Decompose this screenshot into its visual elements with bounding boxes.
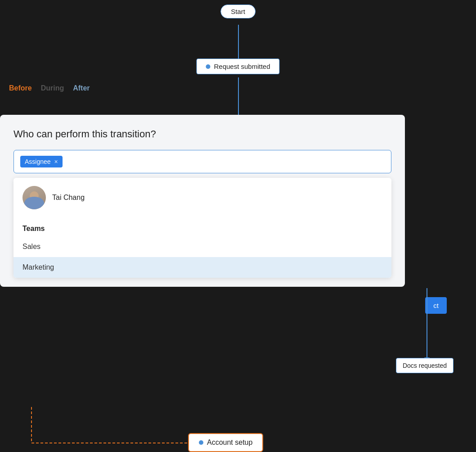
start-label: Start [231,8,245,15]
flowchart-background: Start Request submitted Before During Af… [0,0,476,452]
panel-question: Who can perform this transition? [13,128,391,140]
arrow-docs [427,288,427,358]
dashed-arrow-account [0,398,315,452]
request-submitted-label: Request submitted [214,63,270,70]
teams-section-header: Teams [13,217,391,236]
avatar-tai-chang [22,186,46,209]
account-setup-node: Account setup [188,433,263,452]
dropdown-list: Tai Chang Teams Sales Marketing [13,178,391,278]
assignee-tag-label: Assignee [25,158,51,165]
person-name-tai-chang: Tai Chang [52,194,85,202]
tab-before[interactable]: Before [9,82,32,94]
docs-requested-node: Docs requested [396,358,454,373]
avatar-face [22,186,46,209]
start-node: Start [220,5,256,18]
account-setup-label: Account setup [207,438,252,447]
arrow-start-request [238,25,239,61]
docs-requested-label: Docs requested [403,362,447,369]
request-submitted-node: Request submitted [196,59,279,74]
dropdown-item-sales[interactable]: Sales [13,236,391,257]
tabs-row: Before During After [0,82,99,94]
assignee-tag[interactable]: Assignee × [20,156,63,167]
tab-after[interactable]: After [73,82,90,94]
select-button[interactable]: ct [425,297,447,314]
dropdown-item-marketing[interactable]: Marketing [13,257,391,278]
assignee-input-box[interactable]: Assignee × [13,150,391,173]
assignee-tag-close[interactable]: × [54,158,58,165]
tab-during[interactable]: During [41,82,64,94]
node-dot-account [199,440,203,445]
main-panel: Who can perform this transition? Assigne… [0,115,405,287]
node-dot-request [206,64,210,69]
dropdown-person-tai-chang[interactable]: Tai Chang [13,178,391,217]
